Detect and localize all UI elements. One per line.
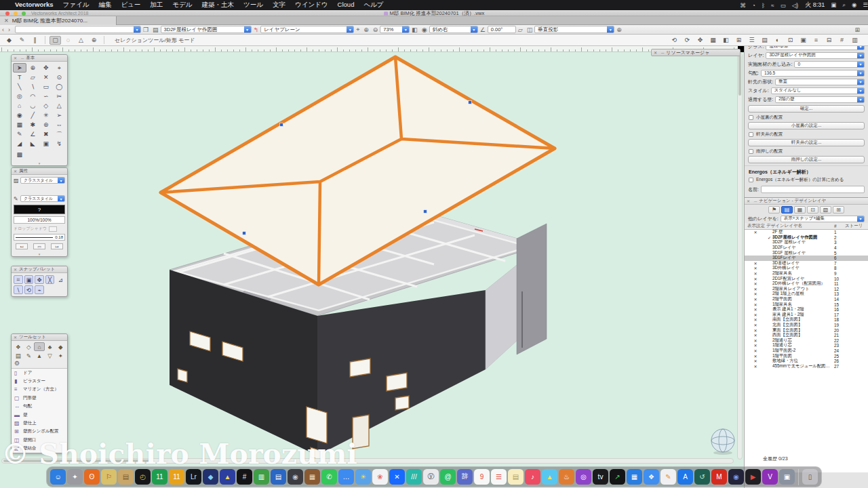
pen-icon[interactable]: ✎ (14, 196, 20, 202)
menu-item[interactable]: モデル (172, 1, 192, 9)
calendar-icon[interactable]: 9 (474, 469, 490, 485)
close-icon[interactable]: ✕ (14, 335, 17, 340)
menu-item[interactable]: ウインドウ (295, 1, 328, 9)
basic-tool-icon[interactable]: ▱ (26, 73, 40, 82)
marker-style-button[interactable]: ↦ (51, 243, 63, 249)
launchpad-icon[interactable]: ✦ (67, 469, 83, 485)
zoom-in-icon[interactable]: ⊕ (363, 26, 369, 33)
name-field[interactable] (761, 186, 865, 193)
clock-app-icon[interactable]: ◴ (135, 469, 151, 485)
snap-edge-icon[interactable]: ∖ (14, 285, 23, 294)
menu-item[interactable]: 建築・土木 (202, 1, 235, 9)
fill-style-dropdown[interactable]: クラススタイル▾ (20, 177, 65, 184)
minimize-icon[interactable]: ─ (754, 199, 757, 203)
constraint-icon[interactable]: ◆ (3, 36, 15, 45)
palette-resize-handle[interactable]: ▾ (12, 251, 67, 256)
basic-tool-icon[interactable]: △ (53, 101, 66, 110)
lightroom-icon[interactable]: Lr (186, 469, 201, 485)
layer-visibility-toggle[interactable]: ✕ (745, 343, 766, 348)
apple-tv-icon[interactable]: tv (593, 469, 608, 485)
navigation-titlebar[interactable]: ✕ ─ ナビゲーション - デザインレイヤ (745, 198, 868, 205)
close-icon[interactable]: ✕ (747, 199, 750, 203)
toolbar-icon[interactable]: ✥ (694, 36, 706, 45)
basic-tool-icon[interactable]: ◠ (26, 92, 40, 101)
toolset-category-icon[interactable]: ▤ (13, 351, 24, 360)
basic-tool-icon[interactable]: ╲ (13, 82, 26, 92)
minimize-icon[interactable]: ─ (21, 56, 24, 60)
toolset-category-icon[interactable]: ◆ (55, 342, 66, 351)
visibility-icon[interactable]: ◉ (422, 26, 427, 33)
basic-tool-icon[interactable]: T (13, 73, 26, 82)
menu-item[interactable]: ツール (243, 1, 263, 9)
basic-tool-icon[interactable]: ✥ (39, 63, 53, 73)
toolset-tool-item[interactable]: ▮ ピラスター (12, 377, 67, 385)
current-view-dropdown[interactable]: 斜め右▾ (429, 26, 478, 33)
layer-options-icon[interactable]: ❐ (143, 26, 149, 33)
reminders-icon[interactable]: ☰ (491, 469, 507, 485)
references-icon[interactable]: ⊞ (833, 206, 844, 214)
layer-stack-icon[interactable]: ▤ (153, 26, 159, 33)
toolbar-icon[interactable]: # (836, 36, 848, 45)
line-weight-dropdown[interactable]: 0.18 (14, 234, 65, 241)
basic-tool-icon[interactable]: ✱ (26, 120, 40, 129)
toolset-category-icon[interactable]: ▲ (34, 351, 45, 360)
toolset-tool-item[interactable]: ▯ ドア (12, 369, 67, 377)
messages-icon[interactable]: … (338, 469, 354, 485)
basic-tool-icon[interactable]: ◣ (26, 139, 40, 148)
prism-app-icon[interactable]: ▲ (220, 469, 235, 485)
toolbar-icon[interactable]: ▥ (849, 36, 861, 45)
toolset-category-icon[interactable]: ✦ (55, 351, 66, 360)
orientation-sphere[interactable] (711, 429, 734, 455)
basic-tool-icon[interactable]: ∖ (26, 82, 40, 92)
fill-bucket-icon[interactable]: ▨ (14, 178, 20, 184)
basic-tool-icon[interactable]: ╱ (26, 110, 40, 120)
toolbar-icon[interactable]: ⟲ (669, 36, 680, 45)
menu-item[interactable]: Cloud (338, 1, 355, 9)
view-back-button[interactable]: ‹ (2, 26, 4, 33)
basic-tool-icon[interactable]: ∽ (39, 92, 53, 101)
basic-tool-icon[interactable]: ✖ (39, 129, 53, 139)
basic-tool-icon[interactable]: ⊛ (39, 120, 53, 129)
field-control[interactable]: スタイルなし▾ (771, 87, 865, 94)
toolbar-icon[interactable]: ▦ (707, 36, 719, 45)
menubar-clock[interactable]: 火 8:31 (805, 1, 825, 9)
basic-tool-icon[interactable]: ◡ (26, 101, 40, 110)
marquee-mode-icon[interactable]: ▢ (50, 36, 61, 45)
snap-intersection-icon[interactable]: ╳ (45, 275, 55, 284)
field-control[interactable]: 垂直▾ (775, 79, 865, 85)
menu-item[interactable]: 加工 (150, 1, 163, 9)
layer-visibility-toggle[interactable]: ✕ (745, 261, 766, 266)
mcafee-icon[interactable]: M (711, 469, 727, 485)
display-icon[interactable]: ▭ (781, 2, 786, 9)
rotation-angle-field[interactable]: 0.00° (488, 26, 516, 33)
basic-tool-icon[interactable]: ▣ (39, 139, 53, 148)
layer-visibility-toggle[interactable]: ✕ (745, 266, 766, 270)
firefox-icon[interactable]: ʘ (84, 469, 100, 485)
layer-visibility-toggle[interactable]: ✕ (745, 297, 766, 302)
toolset-tool-item[interactable]: ▢ 円形壁 (12, 394, 67, 402)
layer-visibility-toggle[interactable]: ✕ (745, 281, 766, 286)
drawing-canvas[interactable] (0, 52, 744, 488)
marker-style-button[interactable]: ↤ (16, 243, 28, 249)
projection-icon-a[interactable]: ▱ (518, 26, 523, 33)
drop-shadow-toggle[interactable] (49, 226, 57, 232)
direct-mode-icon[interactable]: ⊕ (88, 36, 100, 45)
toolset-category-icon[interactable]: ▽ (45, 351, 56, 360)
basic-tool-icon[interactable]: ✳ (39, 110, 53, 120)
layer-visibility-toggle[interactable]: ✕ (745, 291, 766, 296)
basic-tool-icon[interactable]: ◎ (13, 92, 26, 101)
siri-icon[interactable]: ◉ (852, 1, 856, 9)
siri-app-icon[interactable]: ◉ (728, 469, 744, 485)
minimize-icon[interactable]: ─ (661, 51, 664, 55)
option-checkbox[interactable] (749, 132, 753, 137)
app-11-gold-icon[interactable]: 11 (169, 469, 184, 485)
snap-grid-icon[interactable]: ⌗ (14, 275, 23, 284)
music-icon[interactable]: ♪ (525, 469, 540, 485)
opacity-control[interactable]: 100%/100% (14, 216, 65, 224)
close-icon[interactable]: ✕ (14, 169, 17, 174)
field-control[interactable]: 0▾ (794, 61, 865, 68)
wifi-icon[interactable]: ≈ (771, 2, 774, 9)
layer-visibility-toggle[interactable]: ✕ (745, 312, 766, 317)
app-status-icon[interactable]: ⌘ (740, 2, 746, 9)
layer-plane-icon[interactable]: ↰ (254, 26, 259, 33)
